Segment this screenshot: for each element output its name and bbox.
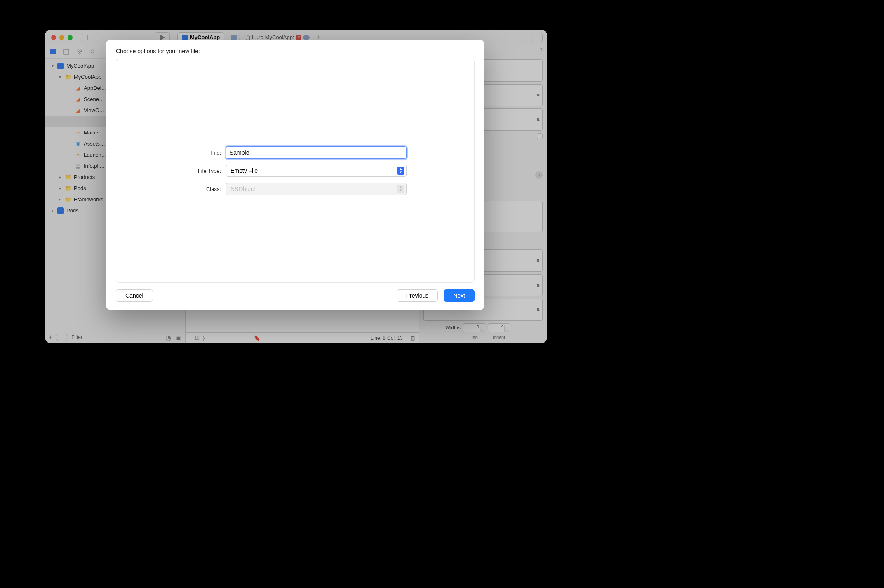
- file-type-selected: Empty File: [230, 167, 258, 174]
- class-selected: NSObject: [230, 186, 255, 192]
- file-type-label: File Type:: [184, 168, 221, 174]
- file-label: File:: [184, 150, 221, 156]
- sheet-buttons: Cancel Previous Next: [116, 289, 475, 302]
- next-button[interactable]: Next: [444, 289, 475, 302]
- previous-button[interactable]: Previous: [397, 289, 438, 302]
- new-file-options-sheet: Choose options for your new file: File: …: [106, 40, 484, 310]
- cancel-button[interactable]: Cancel: [116, 289, 153, 302]
- class-popup-disabled: NSObject ▲▼: [226, 183, 407, 195]
- xcode-window: MyCoolApp 〉 ▢ i…ro MyCoolApp: × +: [45, 30, 547, 343]
- popup-arrows-icon: ▲▼: [397, 167, 404, 175]
- file-type-popup[interactable]: Empty File ▲▼: [226, 165, 407, 177]
- file-name-input[interactable]: [226, 146, 407, 159]
- class-label: Class:: [184, 186, 221, 192]
- popup-arrows-icon: ▲▼: [397, 185, 404, 193]
- new-file-form: File: File Type: Empty File ▲▼ Class: NS…: [184, 146, 407, 195]
- sheet-body: File: File Type: Empty File ▲▼ Class: NS…: [116, 59, 475, 283]
- sheet-title: Choose options for your new file:: [116, 48, 475, 54]
